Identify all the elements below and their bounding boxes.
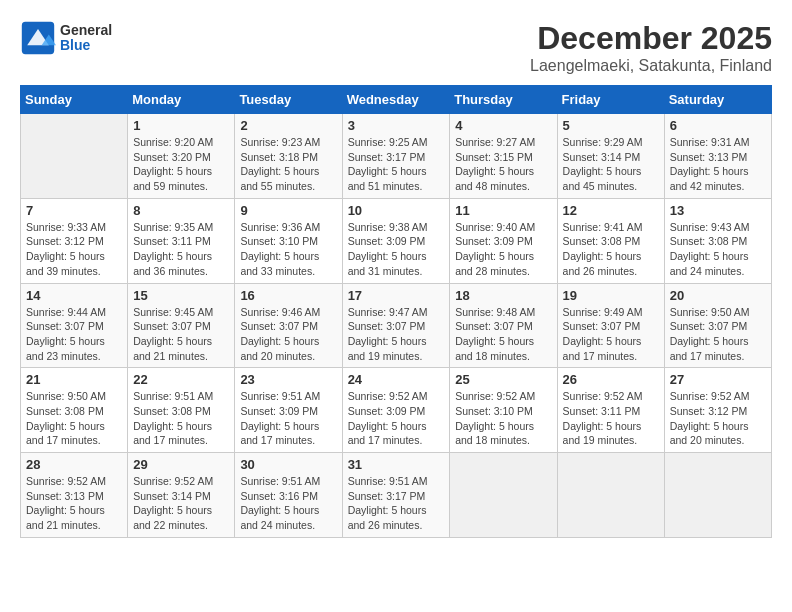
- day-info: Sunrise: 9:47 AMSunset: 3:07 PMDaylight:…: [348, 305, 445, 364]
- day-number: 18: [455, 288, 551, 303]
- day-number: 21: [26, 372, 122, 387]
- calendar-day-cell: 23Sunrise: 9:51 AMSunset: 3:09 PMDayligh…: [235, 368, 342, 453]
- calendar-day-cell: 22Sunrise: 9:51 AMSunset: 3:08 PMDayligh…: [128, 368, 235, 453]
- weekday-header: Sunday: [21, 86, 128, 114]
- calendar-week-row: 21Sunrise: 9:50 AMSunset: 3:08 PMDayligh…: [21, 368, 772, 453]
- day-number: 9: [240, 203, 336, 218]
- logo-blue: Blue: [60, 38, 112, 53]
- day-info: Sunrise: 9:52 AMSunset: 3:14 PMDaylight:…: [133, 474, 229, 533]
- logo-icon: [20, 20, 56, 56]
- day-number: 14: [26, 288, 122, 303]
- weekday-header: Monday: [128, 86, 235, 114]
- day-number: 17: [348, 288, 445, 303]
- month-title: December 2025: [530, 20, 772, 57]
- calendar-day-cell: [450, 453, 557, 538]
- day-number: 15: [133, 288, 229, 303]
- day-info: Sunrise: 9:51 AMSunset: 3:08 PMDaylight:…: [133, 389, 229, 448]
- calendar-day-cell: 1Sunrise: 9:20 AMSunset: 3:20 PMDaylight…: [128, 114, 235, 199]
- calendar-day-cell: 15Sunrise: 9:45 AMSunset: 3:07 PMDayligh…: [128, 283, 235, 368]
- calendar-day-cell: 10Sunrise: 9:38 AMSunset: 3:09 PMDayligh…: [342, 198, 450, 283]
- calendar-day-cell: [664, 453, 771, 538]
- day-number: 8: [133, 203, 229, 218]
- calendar-day-cell: 8Sunrise: 9:35 AMSunset: 3:11 PMDaylight…: [128, 198, 235, 283]
- day-info: Sunrise: 9:48 AMSunset: 3:07 PMDaylight:…: [455, 305, 551, 364]
- calendar-day-cell: [557, 453, 664, 538]
- day-info: Sunrise: 9:36 AMSunset: 3:10 PMDaylight:…: [240, 220, 336, 279]
- calendar-day-cell: 21Sunrise: 9:50 AMSunset: 3:08 PMDayligh…: [21, 368, 128, 453]
- calendar-day-cell: 13Sunrise: 9:43 AMSunset: 3:08 PMDayligh…: [664, 198, 771, 283]
- calendar-day-cell: 19Sunrise: 9:49 AMSunset: 3:07 PMDayligh…: [557, 283, 664, 368]
- logo: General Blue: [20, 20, 112, 56]
- weekday-header: Saturday: [664, 86, 771, 114]
- calendar-table: SundayMondayTuesdayWednesdayThursdayFrid…: [20, 85, 772, 538]
- day-info: Sunrise: 9:31 AMSunset: 3:13 PMDaylight:…: [670, 135, 766, 194]
- calendar-day-cell: 11Sunrise: 9:40 AMSunset: 3:09 PMDayligh…: [450, 198, 557, 283]
- calendar-day-cell: 25Sunrise: 9:52 AMSunset: 3:10 PMDayligh…: [450, 368, 557, 453]
- calendar-day-cell: 20Sunrise: 9:50 AMSunset: 3:07 PMDayligh…: [664, 283, 771, 368]
- day-number: 26: [563, 372, 659, 387]
- calendar-day-cell: 6Sunrise: 9:31 AMSunset: 3:13 PMDaylight…: [664, 114, 771, 199]
- day-info: Sunrise: 9:52 AMSunset: 3:12 PMDaylight:…: [670, 389, 766, 448]
- weekday-header: Friday: [557, 86, 664, 114]
- calendar-day-cell: 30Sunrise: 9:51 AMSunset: 3:16 PMDayligh…: [235, 453, 342, 538]
- calendar-day-cell: 24Sunrise: 9:52 AMSunset: 3:09 PMDayligh…: [342, 368, 450, 453]
- day-info: Sunrise: 9:44 AMSunset: 3:07 PMDaylight:…: [26, 305, 122, 364]
- calendar-day-cell: 4Sunrise: 9:27 AMSunset: 3:15 PMDaylight…: [450, 114, 557, 199]
- day-info: Sunrise: 9:52 AMSunset: 3:10 PMDaylight:…: [455, 389, 551, 448]
- calendar-day-cell: 31Sunrise: 9:51 AMSunset: 3:17 PMDayligh…: [342, 453, 450, 538]
- day-info: Sunrise: 9:40 AMSunset: 3:09 PMDaylight:…: [455, 220, 551, 279]
- day-info: Sunrise: 9:43 AMSunset: 3:08 PMDaylight:…: [670, 220, 766, 279]
- calendar-week-row: 1Sunrise: 9:20 AMSunset: 3:20 PMDaylight…: [21, 114, 772, 199]
- logo-text: General Blue: [60, 23, 112, 54]
- day-number: 2: [240, 118, 336, 133]
- day-number: 30: [240, 457, 336, 472]
- day-info: Sunrise: 9:38 AMSunset: 3:09 PMDaylight:…: [348, 220, 445, 279]
- day-info: Sunrise: 9:52 AMSunset: 3:11 PMDaylight:…: [563, 389, 659, 448]
- day-info: Sunrise: 9:52 AMSunset: 3:13 PMDaylight:…: [26, 474, 122, 533]
- day-info: Sunrise: 9:50 AMSunset: 3:07 PMDaylight:…: [670, 305, 766, 364]
- day-number: 1: [133, 118, 229, 133]
- day-number: 20: [670, 288, 766, 303]
- day-info: Sunrise: 9:25 AMSunset: 3:17 PMDaylight:…: [348, 135, 445, 194]
- day-number: 25: [455, 372, 551, 387]
- calendar-week-row: 28Sunrise: 9:52 AMSunset: 3:13 PMDayligh…: [21, 453, 772, 538]
- day-number: 19: [563, 288, 659, 303]
- day-number: 6: [670, 118, 766, 133]
- calendar-day-cell: 14Sunrise: 9:44 AMSunset: 3:07 PMDayligh…: [21, 283, 128, 368]
- day-info: Sunrise: 9:35 AMSunset: 3:11 PMDaylight:…: [133, 220, 229, 279]
- day-info: Sunrise: 9:46 AMSunset: 3:07 PMDaylight:…: [240, 305, 336, 364]
- day-info: Sunrise: 9:27 AMSunset: 3:15 PMDaylight:…: [455, 135, 551, 194]
- weekday-header: Thursday: [450, 86, 557, 114]
- calendar-day-cell: 2Sunrise: 9:23 AMSunset: 3:18 PMDaylight…: [235, 114, 342, 199]
- calendar-day-cell: 7Sunrise: 9:33 AMSunset: 3:12 PMDaylight…: [21, 198, 128, 283]
- day-info: Sunrise: 9:52 AMSunset: 3:09 PMDaylight:…: [348, 389, 445, 448]
- day-info: Sunrise: 9:33 AMSunset: 3:12 PMDaylight:…: [26, 220, 122, 279]
- day-info: Sunrise: 9:51 AMSunset: 3:16 PMDaylight:…: [240, 474, 336, 533]
- calendar-day-cell: [21, 114, 128, 199]
- calendar-day-cell: 5Sunrise: 9:29 AMSunset: 3:14 PMDaylight…: [557, 114, 664, 199]
- calendar-header-row: SundayMondayTuesdayWednesdayThursdayFrid…: [21, 86, 772, 114]
- calendar-day-cell: 28Sunrise: 9:52 AMSunset: 3:13 PMDayligh…: [21, 453, 128, 538]
- day-number: 3: [348, 118, 445, 133]
- day-info: Sunrise: 9:51 AMSunset: 3:17 PMDaylight:…: [348, 474, 445, 533]
- calendar-day-cell: 27Sunrise: 9:52 AMSunset: 3:12 PMDayligh…: [664, 368, 771, 453]
- day-info: Sunrise: 9:29 AMSunset: 3:14 PMDaylight:…: [563, 135, 659, 194]
- calendar-day-cell: 12Sunrise: 9:41 AMSunset: 3:08 PMDayligh…: [557, 198, 664, 283]
- day-number: 7: [26, 203, 122, 218]
- calendar-day-cell: 16Sunrise: 9:46 AMSunset: 3:07 PMDayligh…: [235, 283, 342, 368]
- day-number: 22: [133, 372, 229, 387]
- location-title: Laengelmaeki, Satakunta, Finland: [530, 57, 772, 75]
- day-info: Sunrise: 9:51 AMSunset: 3:09 PMDaylight:…: [240, 389, 336, 448]
- title-block: December 2025 Laengelmaeki, Satakunta, F…: [530, 20, 772, 75]
- calendar-week-row: 7Sunrise: 9:33 AMSunset: 3:12 PMDaylight…: [21, 198, 772, 283]
- day-number: 12: [563, 203, 659, 218]
- day-number: 29: [133, 457, 229, 472]
- weekday-header: Wednesday: [342, 86, 450, 114]
- day-info: Sunrise: 9:45 AMSunset: 3:07 PMDaylight:…: [133, 305, 229, 364]
- calendar-day-cell: 26Sunrise: 9:52 AMSunset: 3:11 PMDayligh…: [557, 368, 664, 453]
- day-number: 4: [455, 118, 551, 133]
- calendar-day-cell: 9Sunrise: 9:36 AMSunset: 3:10 PMDaylight…: [235, 198, 342, 283]
- day-number: 27: [670, 372, 766, 387]
- day-info: Sunrise: 9:50 AMSunset: 3:08 PMDaylight:…: [26, 389, 122, 448]
- day-number: 10: [348, 203, 445, 218]
